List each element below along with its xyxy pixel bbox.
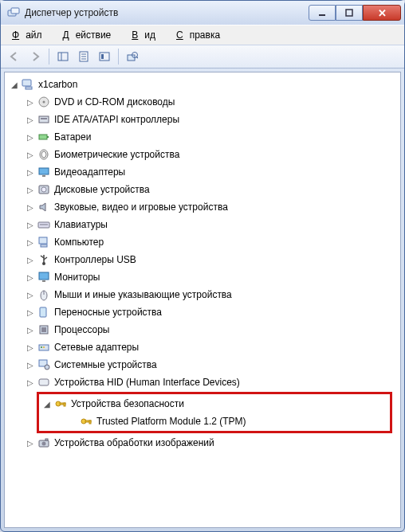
- show-hide-console-button[interactable]: [54, 48, 72, 65]
- expand-icon[interactable]: ▷: [26, 438, 35, 448]
- collapse-icon[interactable]: ◢: [10, 80, 19, 89]
- tree-item-label[interactable]: Звуковые, видео и игровые устройства: [54, 201, 228, 213]
- tree-item-imaging[interactable]: ▷Устройства обработки изображений: [22, 434, 399, 452]
- tree-item-label[interactable]: Процессоры: [54, 324, 110, 335]
- expand-icon[interactable]: ▷: [26, 150, 35, 159]
- tree-item-network[interactable]: ▷Сетевые адаптеры: [22, 338, 399, 356]
- expand-icon[interactable]: ▷: [26, 115, 35, 124]
- tree-item-label[interactable]: DVD и CD-ROM дисководы: [54, 96, 175, 108]
- tree-item-label[interactable]: Устройства безопасности: [71, 398, 184, 409]
- tree-item-biometric[interactable]: ▷Биометрические устройства: [22, 146, 399, 163]
- tree-item-hid[interactable]: ▷Устройства HID (Human Interface Devices…: [22, 374, 399, 391]
- tree-item-disk[interactable]: ▷Дисковые устройства: [22, 181, 399, 198]
- key-icon: [53, 397, 68, 411]
- tree-item-display[interactable]: ▷Видеоадаптеры: [22, 163, 399, 181]
- menu-file[interactable]: Файл: [6, 28, 55, 42]
- tree-item-label[interactable]: Сетевые адаптеры: [54, 342, 139, 353]
- back-button[interactable]: [6, 48, 23, 65]
- tree-item-battery[interactable]: ▷Батареи: [22, 128, 399, 146]
- expand-icon[interactable]: ▷: [26, 290, 35, 299]
- forward-button[interactable]: [26, 48, 44, 65]
- menu-help[interactable]: Справка: [170, 28, 233, 42]
- root-label[interactable]: x1carbon: [38, 79, 77, 90]
- tree-item-label[interactable]: Мыши и иные указывающие устройства: [54, 289, 232, 300]
- device-tree[interactable]: ◢ x1carbon ▷DVD и CD-ROM дисководы▷IDE A…: [4, 72, 401, 528]
- expand-icon[interactable]: ▷: [26, 377, 35, 387]
- expand-icon[interactable]: ▷: [26, 97, 35, 107]
- svg-rect-43: [41, 327, 46, 332]
- svg-rect-26: [42, 175, 45, 177]
- expand-icon[interactable]: ▷: [26, 132, 35, 142]
- tree-item-usb[interactable]: ▷Контроллеры USB: [22, 251, 399, 268]
- svg-rect-41: [40, 307, 46, 317]
- expand-icon[interactable]: ▷: [26, 167, 35, 177]
- expand-icon[interactable]: ▷: [26, 237, 35, 247]
- tree-item-label[interactable]: Видеоадаптеры: [54, 166, 125, 178]
- minimize-button[interactable]: [309, 5, 336, 21]
- tree-item-label[interactable]: Trusted Platform Module 1.2 (TPM): [96, 416, 246, 427]
- tree-item-portable[interactable]: ▷Переносные устройства: [22, 303, 399, 321]
- maximize-button[interactable]: [336, 5, 363, 21]
- tree-item-label[interactable]: Мониторы: [54, 272, 100, 283]
- tree-item-monitor[interactable]: ▷Мониторы: [22, 268, 399, 286]
- tree-item-label[interactable]: Клавиатуры: [54, 219, 108, 230]
- help-button[interactable]: [96, 48, 113, 65]
- close-button[interactable]: ✕: [363, 5, 401, 21]
- tree-item-security[interactable]: ◢Устройства безопасности: [39, 395, 390, 413]
- hid-icon: [37, 375, 51, 389]
- expand-icon[interactable]: ▷: [26, 202, 35, 212]
- tree-root[interactable]: ◢ x1carbon: [6, 76, 399, 93]
- expand-icon[interactable]: ▷: [26, 360, 35, 370]
- display-icon: [37, 165, 51, 179]
- keyboard-icon: [37, 217, 51, 232]
- tree-item-label[interactable]: IDE ATA/ATAPI контроллеры: [54, 114, 179, 125]
- svg-rect-55: [89, 421, 91, 424]
- menu-view[interactable]: Вид: [125, 28, 168, 42]
- tree-item-dvd[interactable]: ▷DVD и CD-ROM дисководы: [22, 93, 399, 111]
- tree-item-label[interactable]: Устройства HID (Human Interface Devices): [54, 377, 240, 388]
- tree-item-tpm[interactable]: ▷Trusted Platform Module 1.2 (TPM): [65, 413, 390, 430]
- device-manager-window: Диспетчер устройств ✕ Файл Действие Вид …: [0, 0, 405, 532]
- tree-item-system[interactable]: ▷Системные устройства: [22, 356, 399, 374]
- tree-item-label[interactable]: Контроллеры USB: [54, 254, 136, 265]
- tree-item-label[interactable]: Компьютер: [54, 237, 104, 248]
- tree-item-mouse[interactable]: ▷Мыши и иные указывающие устройства: [22, 286, 399, 303]
- expand-icon[interactable]: ▷: [26, 342, 35, 352]
- app-icon: [7, 6, 20, 19]
- tree-item-label[interactable]: Батареи: [54, 131, 91, 143]
- camera-icon: [37, 436, 51, 450]
- collapse-icon[interactable]: ◢: [42, 399, 52, 409]
- network-icon: [37, 340, 51, 354]
- tree-item-label[interactable]: Устройства обработки изображений: [54, 437, 214, 448]
- highlight-box: ◢Устройства безопасности▷Trusted Platfor…: [37, 392, 392, 433]
- scan-hardware-button[interactable]: [124, 48, 141, 65]
- svg-point-18: [43, 101, 45, 104]
- expand-icon[interactable]: ▷: [26, 325, 35, 334]
- expand-icon[interactable]: ▷: [26, 255, 35, 264]
- tree-item-label[interactable]: Биометрические устройства: [54, 149, 179, 160]
- tree-item-computer[interactable]: ▷Компьютер: [22, 233, 399, 251]
- expand-icon[interactable]: ▷: [26, 307, 35, 317]
- tree-item-label[interactable]: Системные устройства: [54, 359, 157, 370]
- tree-item-label[interactable]: Переносные устройства: [54, 307, 162, 318]
- titlebar[interactable]: Диспетчер устройств ✕: [1, 1, 404, 25]
- expand-icon[interactable]: ▷: [26, 185, 35, 194]
- computer-icon: [21, 77, 35, 92]
- properties-button[interactable]: [75, 48, 92, 65]
- svg-rect-21: [39, 135, 47, 139]
- expand-icon[interactable]: ▷: [26, 220, 35, 229]
- tree-item-cpu[interactable]: ▷Процессоры: [22, 321, 399, 338]
- tree-item-label[interactable]: Дисковые устройства: [54, 184, 150, 195]
- svg-rect-10: [100, 53, 109, 61]
- svg-point-57: [42, 442, 46, 446]
- svg-rect-1: [11, 8, 19, 14]
- menu-action[interactable]: Действие: [57, 28, 124, 42]
- tree-item-ide[interactable]: ▷IDE ATA/ATAPI контроллеры: [22, 111, 399, 128]
- finger-icon: [37, 147, 51, 162]
- svg-rect-16: [26, 87, 32, 89]
- tree-item-sound[interactable]: ▷Звуковые, видео и игровые устройства: [22, 198, 399, 216]
- svg-rect-37: [39, 272, 49, 280]
- expand-icon[interactable]: ▷: [26, 272, 35, 282]
- menubar: Файл Действие Вид Справка: [1, 25, 404, 45]
- tree-item-keyboard[interactable]: ▷Клавиатуры: [22, 216, 399, 233]
